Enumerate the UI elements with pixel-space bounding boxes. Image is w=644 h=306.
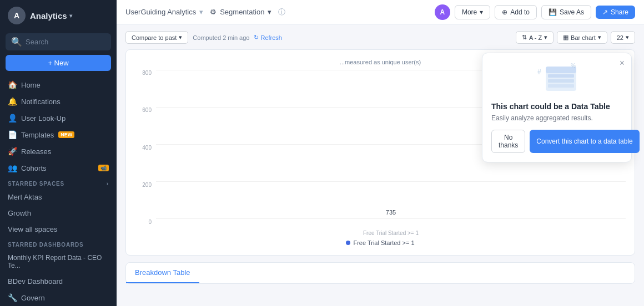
legend-dot (346, 241, 350, 245)
svg-rect-2 (548, 74, 574, 78)
sidebar-item-mert-aktas[interactable]: Mert Aktas (0, 189, 117, 205)
date-button[interactable]: 22 ▾ (611, 31, 635, 44)
compare-chevron: ▾ (179, 34, 182, 41)
breadcrumb-chevron: ▾ (199, 8, 203, 16)
sidebar-item-notifications[interactable]: 🔔 Notifications (0, 93, 117, 110)
chart-container: ...measured as unique user(s) 800 600 40… (125, 49, 635, 256)
tooltip-title: This chart could be a Data Table (491, 102, 622, 111)
sidebar-item-monthly-kpi[interactable]: Monthly KPI Report Data - CEO Te... (0, 250, 117, 273)
sort-button[interactable]: ⇅ A - Z ▾ (516, 31, 554, 44)
user-icon: 👤 (8, 114, 17, 123)
segmentation-chevron: ▾ (268, 8, 271, 16)
legend-label: Free Trial Started >= 1 (353, 239, 414, 246)
save-icon: 💾 (549, 8, 557, 16)
chart-type-button[interactable]: ▦ Bar chart ▾ (557, 31, 607, 44)
breadcrumb-main[interactable]: UserGuiding Analytics (125, 8, 196, 16)
bar-chart-icon: ▦ (563, 34, 568, 41)
tooltip-illustration: # % (491, 62, 622, 95)
svg-text:#: # (537, 68, 541, 76)
more-button[interactable]: More ▾ (455, 5, 490, 19)
y-label-400: 400 (142, 145, 152, 151)
breadcrumb: UserGuiding Analytics ▾ (125, 8, 203, 16)
data-table-tooltip: × # % This chart could be a Data Table E… (482, 53, 632, 162)
starred-spaces-chevron: › (107, 181, 109, 187)
new-button[interactable]: + New (6, 55, 111, 71)
releases-icon: 🚀 (8, 147, 17, 156)
convert-button[interactable]: Convert this chart to a data table (530, 130, 639, 153)
topbar-actions: A More ▾ ⊕ Add to 💾 Save As ↗ Share (435, 4, 635, 20)
govern-icon: 🔧 (8, 293, 17, 302)
info-icon[interactable]: ⓘ (278, 7, 285, 17)
sidebar-item-releases[interactable]: 🚀 Releases (0, 143, 117, 160)
y-label-200: 200 (142, 182, 152, 188)
refresh-icon: ↻ (254, 34, 259, 41)
sidebar-header: A Analytics ▾ (0, 0, 117, 31)
sidebar-logo: A (8, 7, 26, 24)
x-axis-labels: Free Trial Started >= 1 (156, 230, 626, 236)
svg-rect-4 (548, 84, 574, 88)
share-button[interactable]: ↗ Share (596, 6, 635, 19)
sidebar-title-chevron: ▾ (69, 13, 72, 19)
sort-icon: ⇅ (522, 34, 527, 41)
tooltip-close-button[interactable]: × (620, 59, 625, 68)
grid-line-0 (156, 218, 626, 219)
breakdown-section: Breakdown Table (125, 262, 635, 284)
breakdown-table-tab[interactable]: Breakdown Table (126, 263, 199, 283)
computed-text: Computed 2 min ago (193, 34, 249, 41)
chart-type-controls: ⇅ A - Z ▾ ▦ Bar chart ▾ 22 ▾ (516, 31, 635, 44)
sidebar-item-bdev[interactable]: BDev Dashboard (0, 273, 117, 289)
y-label-0: 0 (148, 219, 152, 225)
chart-type-chevron: ▾ (598, 34, 601, 41)
x-label: Free Trial Started >= 1 (156, 230, 626, 236)
tooltip-description: Easily analyze aggregated results. (491, 114, 622, 122)
cohorts-icon: 👥 (8, 164, 17, 172)
svg-text:%: % (571, 63, 576, 69)
starred-dashboards-section: Starred Dashboards (0, 237, 117, 250)
y-label-800: 800 (142, 70, 152, 76)
add-icon: ⊕ (502, 8, 507, 16)
sidebar-item-home[interactable]: 🏠 Home (0, 76, 117, 93)
sidebar-item-cohorts[interactable]: 👥 Cohorts 📹 (0, 160, 117, 176)
chart-legend: Free Trial Started >= 1 (135, 239, 626, 246)
segmentation-label[interactable]: Segmentation (220, 8, 264, 16)
cohorts-video-badge: 📹 (98, 165, 109, 171)
templates-icon: 📄 (8, 130, 17, 139)
sidebar-search-container: 🔍 (6, 33, 111, 50)
y-label-600: 600 (142, 107, 152, 113)
tooltip-actions: No thanks Convert this chart to a data t… (491, 130, 622, 153)
svg-rect-3 (548, 79, 574, 83)
search-icon: 🔍 (11, 37, 22, 47)
templates-new-badge: NEW (58, 131, 74, 138)
bar-value-label: 735 (386, 209, 396, 216)
sidebar-item-govern[interactable]: 🔧 Govern (0, 289, 117, 306)
sidebar-item-user-lookup[interactable]: 👤 User Look-Up (0, 110, 117, 126)
sidebar: A Analytics ▾ 🔍 + New 🏠 Home 🔔 Notificat… (0, 0, 117, 306)
more-chevron: ▾ (480, 8, 483, 16)
main-content: UserGuiding Analytics ▾ ⚙ Segmentation ▾… (117, 0, 644, 306)
segmentation-icon: ⚙ (210, 8, 217, 16)
y-axis: 800 600 400 200 0 (135, 70, 152, 236)
sidebar-title: Analytics ▾ (30, 11, 72, 21)
content-area: Compare to past ▾ Computed 2 min ago ↻ R… (117, 24, 644, 306)
legend-item: Free Trial Started >= 1 (346, 239, 414, 246)
sidebar-item-view-all-spaces[interactable]: View all spaces (0, 221, 117, 237)
avatar: A (435, 4, 450, 20)
share-icon: ↗ (602, 8, 608, 16)
sidebar-item-templates[interactable]: 📄 Templates NEW (0, 126, 117, 143)
compare-to-past-button[interactable]: Compare to past ▾ (125, 31, 188, 44)
sidebar-nav: 🏠 Home 🔔 Notifications 👤 User Look-Up 📄 … (0, 76, 117, 176)
segmentation-breadcrumb: ⚙ Segmentation ▾ (210, 8, 271, 16)
sort-chevron: ▾ (544, 34, 547, 41)
sidebar-item-growth[interactable]: Growth (0, 205, 117, 221)
no-thanks-button[interactable]: No thanks (491, 130, 525, 153)
starred-spaces-section: Starred Spaces › (0, 176, 117, 189)
notifications-icon: 🔔 (8, 97, 17, 106)
date-chevron: ▾ (626, 34, 629, 41)
refresh-button[interactable]: ↻ Refresh (254, 34, 282, 41)
home-icon: 🏠 (8, 80, 17, 89)
add-to-button[interactable]: ⊕ Add to (495, 5, 537, 19)
table-illustration-svg: # % (529, 62, 585, 95)
save-as-button[interactable]: 💾 Save As (541, 5, 591, 19)
topbar: UserGuiding Analytics ▾ ⚙ Segmentation ▾… (117, 0, 644, 24)
search-input[interactable] (26, 38, 105, 46)
